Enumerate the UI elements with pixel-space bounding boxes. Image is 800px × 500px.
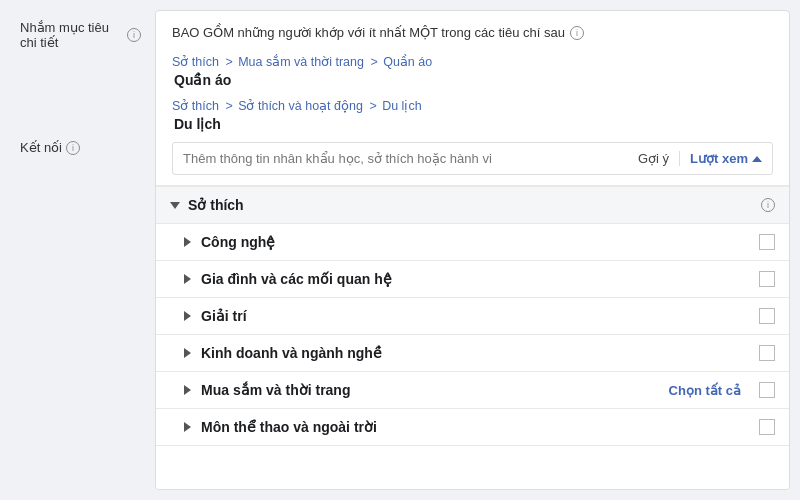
row-expand-icon-5 xyxy=(184,422,191,432)
checkbox-0[interactable] xyxy=(759,234,775,250)
breadcrumb-2: Sở thích > Sở thích và hoạt động > Du lị… xyxy=(172,96,773,132)
chon-tat-ca-button[interactable]: Chọn tất cả xyxy=(669,383,741,398)
list-item: Mua sắm và thời trang Chọn tất cả xyxy=(156,372,789,409)
right-panel: BAO GỒM những người khớp với ít nhất MỘT… xyxy=(155,10,790,490)
right-header: BAO GỒM những người khớp với ít nhất MỘT… xyxy=(156,11,789,186)
breadcrumb-2-path: Sở thích > Sở thích và hoạt động > Du lị… xyxy=(172,96,773,114)
breadcrumb-2-sep1: > xyxy=(225,99,236,113)
row-label-1: Gia đình và các mối quan hệ xyxy=(201,271,749,287)
chevron-up-icon xyxy=(752,156,762,162)
search-input[interactable] xyxy=(173,143,628,174)
header-title-text: BAO GỒM những người khớp với ít nhất MỘT… xyxy=(172,25,565,40)
list-item: Gia đình và các mối quan hệ xyxy=(156,261,789,298)
connection-label: Kết nối i xyxy=(20,140,141,155)
checkbox-3[interactable] xyxy=(759,345,775,361)
luot-xem-label: Lượt xem xyxy=(690,151,748,166)
checkbox-1[interactable] xyxy=(759,271,775,287)
breadcrumb-2-link3[interactable]: Du lịch xyxy=(382,99,421,113)
list-item: Môn thể thao và ngoài trời xyxy=(156,409,789,446)
breadcrumb-2-bold: Du lịch xyxy=(172,116,773,132)
breadcrumb-1-bold: Quần áo xyxy=(172,72,773,88)
connection-info-icon[interactable]: i xyxy=(66,141,80,155)
left-panel: Nhắm mục tiêu chi tiết i Kết nối i xyxy=(0,0,155,500)
row-expand-icon-2 xyxy=(184,311,191,321)
row-expand-icon-3 xyxy=(184,348,191,358)
main-category-header[interactable]: Sở thích i xyxy=(156,187,789,224)
dropdown-panel: Sở thích i Công nghệ Gia đình và các mối… xyxy=(156,186,789,489)
breadcrumb-2-link2[interactable]: Sở thích và hoạt động xyxy=(238,99,363,113)
breadcrumb-1-link[interactable]: Sở thích xyxy=(172,55,219,69)
breadcrumb-1-sep2: > xyxy=(370,55,381,69)
search-bar: Gợi ý Lượt xem xyxy=(172,142,773,175)
row-label-5: Môn thể thao và ngoài trời xyxy=(201,419,749,435)
targeting-label-text: Nhắm mục tiêu chi tiết xyxy=(20,20,123,50)
breadcrumb-1: Sở thích > Mua sắm và thời trang > Quần … xyxy=(172,52,773,88)
list-item: Công nghệ xyxy=(156,224,789,261)
connection-label-text: Kết nối xyxy=(20,140,62,155)
row-label-4: Mua sắm và thời trang xyxy=(201,382,659,398)
category-info-icon[interactable]: i xyxy=(761,198,775,212)
goi-y-button[interactable]: Gợi ý xyxy=(628,151,680,166)
search-actions: Gợi ý Lượt xem xyxy=(628,151,772,166)
row-label-0: Công nghệ xyxy=(201,234,749,250)
luot-xem-button[interactable]: Lượt xem xyxy=(680,151,772,166)
header-info-icon[interactable]: i xyxy=(570,26,584,40)
breadcrumb-2-sep2: > xyxy=(369,99,380,113)
targeting-info-icon[interactable]: i xyxy=(127,28,141,42)
row-label-3: Kinh doanh và ngành nghề xyxy=(201,345,749,361)
row-expand-icon-1 xyxy=(184,274,191,284)
row-label-2: Giải trí xyxy=(201,308,749,324)
checkbox-4[interactable] xyxy=(759,382,775,398)
main-category-label: Sở thích xyxy=(188,197,753,213)
checkbox-2[interactable] xyxy=(759,308,775,324)
targeting-label: Nhắm mục tiêu chi tiết i xyxy=(20,20,141,50)
list-item: Kinh doanh và ngành nghề xyxy=(156,335,789,372)
header-title: BAO GỒM những người khớp với ít nhất MỘT… xyxy=(172,25,773,40)
row-expand-icon-4 xyxy=(184,385,191,395)
breadcrumb-2-link[interactable]: Sở thích xyxy=(172,99,219,113)
breadcrumb-1-path: Sở thích > Mua sắm và thời trang > Quần … xyxy=(172,52,773,70)
list-item: Giải trí xyxy=(156,298,789,335)
breadcrumb-1-link3[interactable]: Quần áo xyxy=(383,55,432,69)
breadcrumb-1-sep1: > xyxy=(225,55,236,69)
row-expand-icon-0 xyxy=(184,237,191,247)
breadcrumb-1-link2[interactable]: Mua sắm và thời trang xyxy=(238,55,364,69)
expand-icon xyxy=(170,202,180,209)
checkbox-5[interactable] xyxy=(759,419,775,435)
